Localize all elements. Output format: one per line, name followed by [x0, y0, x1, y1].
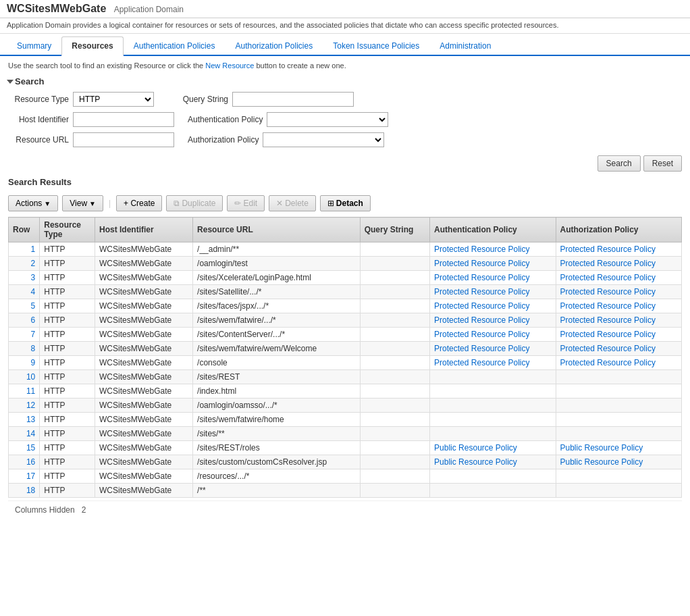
table-row[interactable]: 5 HTTP WCSitesMWebGate /sites/faces/jspx…: [9, 299, 682, 313]
cell-qs: [360, 413, 429, 427]
reset-button[interactable]: Reset: [643, 155, 682, 172]
cell-auth-policy[interactable]: Protected Resource Policy: [430, 285, 556, 299]
cell-auth-policy: [430, 427, 556, 441]
cell-url: /index.html: [193, 384, 361, 399]
cell-qs: [360, 441, 429, 455]
cell-auth-policy[interactable]: Protected Resource Policy: [430, 271, 556, 285]
host-identifier-input[interactable]: [73, 112, 174, 127]
view-dropdown-icon: ▼: [89, 200, 96, 207]
search-buttons: Search Reset: [8, 155, 682, 172]
search-row-3: Resource URL Authorization Policy: [8, 132, 682, 147]
table-row[interactable]: 10 HTTP WCSitesMWebGate /sites/REST: [9, 370, 682, 384]
cell-authz-policy[interactable]: Protected Resource Policy: [556, 342, 681, 356]
new-resource-link[interactable]: New Resource: [205, 61, 254, 70]
cell-row-num: 10: [9, 370, 40, 384]
table-row[interactable]: 16 HTTP WCSitesMWebGate /sites/custom/cu…: [9, 455, 682, 469]
col-query-string: Query String: [360, 217, 429, 242]
cell-qs: [360, 285, 429, 299]
table-row[interactable]: 2 HTTP WCSitesMWebGate /oamlogin/test Pr…: [9, 257, 682, 271]
table-row[interactable]: 7 HTTP WCSitesMWebGate /sites/ContentSer…: [9, 328, 682, 342]
table-row[interactable]: 17 HTTP WCSitesMWebGate /resources/.../*: [9, 469, 682, 484]
collapse-icon[interactable]: [7, 80, 14, 84]
authorization-policy-select[interactable]: [263, 132, 384, 147]
cell-authz-policy[interactable]: Protected Resource Policy: [556, 285, 681, 299]
cell-url: /sites/wem/fatwire/home: [193, 413, 361, 427]
table-row[interactable]: 3 HTTP WCSitesMWebGate /sites/Xcelerate/…: [9, 271, 682, 285]
resource-type-select[interactable]: HTTP: [73, 92, 154, 107]
table-row[interactable]: 12 HTTP WCSitesMWebGate /oamlogin/oamsso…: [9, 399, 682, 413]
delete-label: Delete: [285, 199, 309, 208]
cell-qs: [360, 384, 429, 399]
detach-label: Detach: [336, 199, 363, 208]
tab-authentication-policies[interactable]: Authentication Policies: [124, 36, 225, 56]
search-form: Resource Type HTTP Query String Host Ide…: [8, 92, 682, 147]
cell-authz-policy[interactable]: Protected Resource Policy: [556, 257, 681, 271]
cell-row-num: 9: [9, 356, 40, 370]
search-button[interactable]: Search: [598, 155, 641, 172]
cell-type: HTTP: [40, 271, 95, 285]
resource-url-input[interactable]: [73, 132, 174, 147]
cell-authz-policy[interactable]: Public Resource Policy: [556, 441, 681, 455]
tab-bar: Summary Resources Authentication Policie…: [0, 36, 690, 56]
cell-auth-policy[interactable]: Protected Resource Policy: [430, 313, 556, 328]
table-row[interactable]: 4 HTTP WCSitesMWebGate /sites/Satellite/…: [9, 285, 682, 299]
cell-type: HTTP: [40, 313, 95, 328]
actions-dropdown-icon: ▼: [44, 200, 51, 207]
tab-administration[interactable]: Administration: [429, 36, 501, 56]
cell-authz-policy[interactable]: Protected Resource Policy: [556, 271, 681, 285]
authentication-policy-select[interactable]: [267, 112, 388, 127]
cell-authz-policy[interactable]: Protected Resource Policy: [556, 328, 681, 342]
cell-row-num: 11: [9, 384, 40, 399]
detach-button[interactable]: ⊞ Detach: [320, 195, 371, 211]
cell-authz-policy[interactable]: Public Resource Policy: [556, 455, 681, 469]
edit-label: Edit: [243, 199, 257, 208]
create-button[interactable]: + Create: [116, 195, 162, 211]
actions-button[interactable]: Actions ▼: [8, 195, 58, 211]
cell-auth-policy[interactable]: Protected Resource Policy: [430, 299, 556, 313]
tab-authorization-policies[interactable]: Authorization Policies: [225, 36, 323, 56]
view-button[interactable]: View ▼: [62, 195, 103, 211]
cell-auth-policy[interactable]: Protected Resource Policy: [430, 342, 556, 356]
table-row[interactable]: 13 HTTP WCSitesMWebGate /sites/wem/fatwi…: [9, 413, 682, 427]
table-header-row: Row ResourceType Host Identifier Resourc…: [9, 217, 682, 242]
view-label: View: [70, 199, 87, 208]
cell-authz-policy[interactable]: Protected Resource Policy: [556, 299, 681, 313]
cell-qs: [360, 299, 429, 313]
search-section-title: Search: [8, 76, 682, 86]
results-toolbar: Actions ▼ View ▼ | + Create ⧉ Duplicate …: [8, 192, 682, 214]
table-row[interactable]: 8 HTTP WCSitesMWebGate /sites/wem/fatwir…: [9, 342, 682, 356]
cell-host: WCSitesMWebGate: [95, 299, 193, 313]
table-row[interactable]: 14 HTTP WCSitesMWebGate /sites/**: [9, 427, 682, 441]
tab-resources[interactable]: Resources: [61, 36, 123, 56]
table-row[interactable]: 1 HTTP WCSitesMWebGate /__admin/** Prote…: [9, 242, 682, 257]
cell-authz-policy[interactable]: Protected Resource Policy: [556, 242, 681, 257]
cell-auth-policy[interactable]: Protected Resource Policy: [430, 257, 556, 271]
resource-url-label: Resource URL: [8, 135, 69, 145]
duplicate-button[interactable]: ⧉ Duplicate: [166, 195, 223, 211]
cell-auth-policy[interactable]: Protected Resource Policy: [430, 356, 556, 370]
table-row[interactable]: 11 HTTP WCSitesMWebGate /index.html: [9, 384, 682, 399]
table-row[interactable]: 15 HTTP WCSitesMWebGate /sites/REST/role…: [9, 441, 682, 455]
query-string-label: Query String: [167, 95, 228, 104]
cell-auth-policy[interactable]: Public Resource Policy: [430, 441, 556, 455]
cell-auth-policy[interactable]: Public Resource Policy: [430, 455, 556, 469]
cell-qs: [360, 271, 429, 285]
cell-url: /sites/**: [193, 427, 361, 441]
cell-authz-policy[interactable]: Protected Resource Policy: [556, 356, 681, 370]
cell-auth-policy[interactable]: Protected Resource Policy: [430, 242, 556, 257]
tab-summary[interactable]: Summary: [7, 36, 61, 56]
cell-url: /sites/wem/fatwire/wem/Welcome: [193, 342, 361, 356]
edit-button[interactable]: ✏ Edit: [227, 195, 265, 211]
actions-label: Actions: [16, 199, 42, 208]
cell-authz-policy[interactable]: Protected Resource Policy: [556, 313, 681, 328]
columns-hidden-count: 2: [82, 505, 86, 515]
cell-host: WCSitesMWebGate: [95, 399, 193, 413]
table-row[interactable]: 9 HTTP WCSitesMWebGate /console Protecte…: [9, 356, 682, 370]
tab-token-policies[interactable]: Token Issuance Policies: [323, 36, 429, 56]
table-row[interactable]: 6 HTTP WCSitesMWebGate /sites/wem/fatwir…: [9, 313, 682, 328]
query-string-input[interactable]: [232, 92, 354, 107]
cell-auth-policy[interactable]: Protected Resource Policy: [430, 328, 556, 342]
resource-type-group: Resource Type HTTP: [8, 92, 154, 107]
table-row[interactable]: 18 HTTP WCSitesMWebGate /**: [9, 484, 682, 498]
delete-button[interactable]: ✕ Delete: [269, 195, 316, 211]
